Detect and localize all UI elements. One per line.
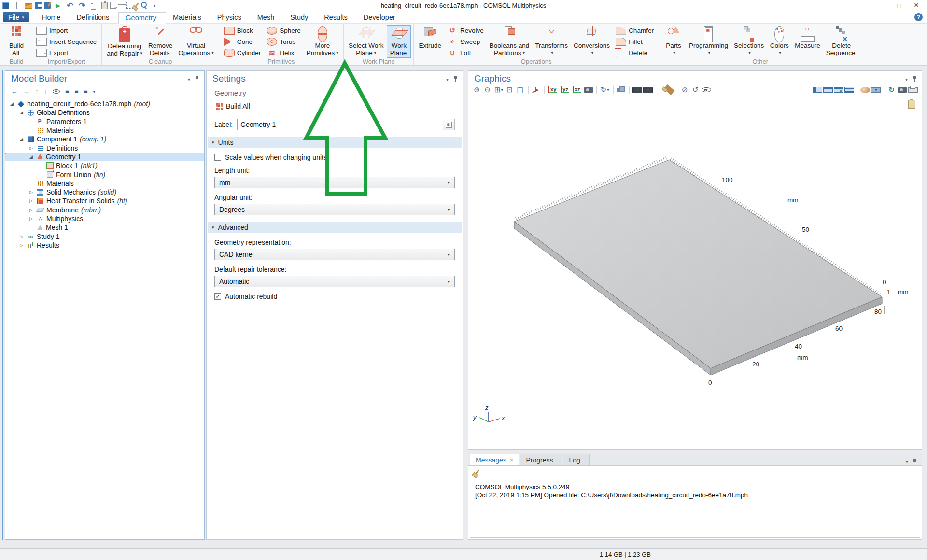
panel-menu-icon[interactable] — [906, 457, 908, 465]
new-file-icon[interactable] — [16, 2, 22, 9]
tab-log[interactable]: Log — [563, 454, 589, 465]
scene-objects-icon[interactable]: ▾ — [617, 86, 626, 93]
maximize-button[interactable] — [890, 0, 908, 11]
zoom-selected-icon[interactable]: ◫ — [516, 84, 525, 95]
zoom-extents-icon[interactable]: ⊡ — [505, 84, 515, 95]
close-button[interactable] — [908, 0, 925, 11]
tree-item-materials[interactable]: Materials — [5, 179, 204, 188]
tab-file[interactable]: File▾ — [3, 12, 29, 22]
snapshot-icon[interactable] — [898, 87, 907, 93]
tree-item-parameters-1[interactable]: Parameters 1 — [5, 117, 204, 126]
run-icon[interactable]: ▶ — [53, 1, 63, 10]
undo-icon[interactable]: ↶ — [65, 1, 75, 10]
tree-item-global-definitions[interactable]: ◢ Global Definitions — [5, 108, 204, 117]
delete-sequence-button[interactable]: Delete Sequence — [824, 25, 859, 58]
tree-caret[interactable]: ◢ — [20, 110, 28, 115]
pin-icon[interactable] — [913, 459, 917, 464]
cone-button[interactable]: Cone — [222, 36, 264, 47]
perspective-view-icon[interactable] — [584, 87, 593, 93]
tree-item-results[interactable]: ▷ Results — [5, 241, 204, 250]
show-options-icon[interactable] — [53, 89, 60, 94]
remove-details-button[interactable]: Remove Details — [146, 25, 175, 58]
image-export-icon[interactable]: ▾ — [643, 87, 653, 93]
material-rendering-icon[interactable] — [860, 87, 870, 93]
delete-button[interactable]: Delete — [613, 47, 656, 58]
tab-definitions[interactable]: Definitions — [70, 12, 119, 23]
paste-icon[interactable] — [101, 2, 108, 9]
clear-messages-icon[interactable] — [474, 470, 479, 476]
conversions-button[interactable]: Conversions ▾ — [571, 25, 612, 58]
fillet-button[interactable]: Fillet — [613, 36, 656, 47]
split-view-icon[interactable] — [834, 87, 843, 93]
tab-geometry[interactable]: Geometry — [118, 12, 166, 24]
label-input[interactable] — [237, 119, 438, 130]
tree-item-root[interactable]: ◢ heating_circuit_redo-6ee1a78.mph (root… — [5, 99, 204, 108]
redo-icon[interactable]: ↷ — [77, 1, 87, 10]
tab-messages[interactable]: Messages × — [470, 454, 519, 465]
select-work-plane-button[interactable]: Select Work Plane▾ — [346, 25, 386, 58]
insert-sequence-button[interactable]: Insert Sequence — [34, 36, 99, 47]
scale-values-checkbox[interactable] — [214, 154, 221, 161]
tree-item-definitions[interactable]: ▷ Definitions — [5, 143, 204, 152]
measure-button[interactable]: Measure — [792, 25, 823, 58]
export-button[interactable]: Export — [34, 47, 99, 58]
view-xz-plane-icon[interactable]: xz — [572, 84, 583, 95]
clear-plot-icon[interactable] — [663, 84, 674, 95]
sphere-button[interactable]: Sphere — [264, 25, 303, 36]
units-section-header[interactable]: Units — [208, 137, 462, 148]
tab-progress[interactable]: Progress — [520, 454, 562, 465]
tree-item-geometry-1[interactable]: ◢ Geometry 1 — [5, 153, 204, 161]
booleans-and-partitions-button[interactable]: Booleans and Partitions▾ — [487, 25, 532, 58]
dock-top-icon[interactable] — [823, 87, 833, 93]
copy-icon[interactable] — [89, 1, 99, 10]
repair-tolerance-select[interactable]: Automatic — [214, 276, 455, 287]
sweep-button[interactable]: Sweep — [445, 36, 486, 47]
build-all-toolbar-button[interactable]: Build All — [214, 101, 252, 111]
tree-item-membrane[interactable]: ▷ Membrane (mbrn) — [5, 206, 204, 214]
environment-icon[interactable]: ▾ — [871, 87, 881, 93]
move-up-icon[interactable]: ↑ — [35, 87, 39, 95]
colors-button[interactable]: Colors ▾ — [767, 25, 791, 58]
tree-item-mesh-1[interactable]: Mesh 1 — [5, 223, 204, 232]
tree-item-block-1[interactable]: Block 1 (blk1) — [5, 161, 204, 170]
duplicate-icon[interactable] — [110, 2, 116, 9]
angular-unit-select[interactable]: Degrees — [214, 204, 455, 215]
qat-dropdown-icon[interactable]: ▾ — [152, 1, 157, 10]
build-all-button[interactable]: Build All — [4, 25, 28, 58]
defeaturing-and-repair-button[interactable]: Defeaturing and Repair▾ — [104, 25, 145, 58]
chamfer-button[interactable]: Chamfer — [613, 25, 656, 36]
table-view-icon[interactable] — [844, 87, 854, 93]
loft-button[interactable]: Loft — [445, 47, 486, 58]
extrude-button[interactable]: Extrude — [416, 25, 444, 58]
go-to-default-view-icon[interactable]: ▾ — [532, 86, 541, 93]
work-plane-button[interactable]: Work Plane — [387, 25, 411, 58]
revolve-button[interactable]: Revolve — [445, 25, 486, 36]
tab-materials[interactable]: Materials — [166, 12, 211, 23]
pin-icon[interactable] — [912, 76, 917, 82]
tab-study[interactable]: Study — [283, 12, 317, 23]
rename-button[interactable] — [443, 119, 455, 130]
tree-caret[interactable]: ◢ — [10, 101, 18, 106]
minimize-button[interactable] — [873, 0, 890, 11]
automatic-rebuild-checkbox[interactable]: ✓ — [214, 293, 221, 300]
programming-button[interactable]: Programming ▾ — [687, 25, 730, 58]
zoom-out-icon[interactable]: ⊖ — [483, 84, 492, 95]
tree-caret[interactable]: ▷ — [29, 216, 37, 221]
rotate-view-icon[interactable]: ↻▾ — [600, 84, 610, 95]
view-yz-plane-icon[interactable]: yz — [560, 84, 571, 95]
image-snapshot-icon[interactable]: ▾ — [632, 87, 642, 93]
clear-icon[interactable] — [134, 2, 139, 8]
tree-item-solid-mechanics[interactable]: ▷ Solid Mechanics (solid) — [5, 188, 204, 196]
tree-caret[interactable]: ◢ — [29, 154, 37, 159]
tree-caret[interactable]: ◢ — [20, 137, 28, 141]
advanced-section-header[interactable]: Advanced — [208, 222, 462, 233]
zoom-in-icon[interactable]: ⊕ — [472, 84, 482, 95]
expand-all-icon[interactable]: ≡ — [65, 87, 69, 95]
panel-menu-icon[interactable] — [188, 74, 190, 83]
help-icon[interactable] — [914, 13, 923, 21]
torus-button[interactable]: Torus — [264, 36, 303, 47]
tree-item-component-1[interactable]: ◢ Component 1 (comp 1) — [5, 135, 204, 143]
dock-left-icon[interactable] — [813, 87, 822, 93]
zoom-box-icon[interactable]: ⊞▾ — [493, 84, 504, 95]
tree-caret[interactable]: ▷ — [20, 243, 28, 248]
